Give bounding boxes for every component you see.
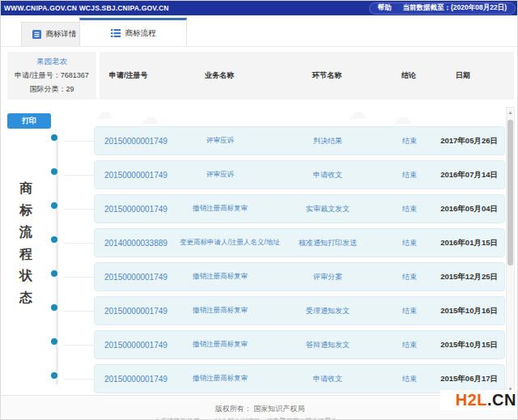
cell-date: 2017年05月26日 bbox=[424, 136, 504, 146]
timeline-connector bbox=[64, 141, 94, 142]
tab-trademark-details[interactable]: 商标详情 bbox=[21, 22, 87, 46]
timeline-connector bbox=[64, 345, 94, 346]
h2l-logo-dark: .CN bbox=[487, 391, 516, 409]
timeline-connector bbox=[64, 277, 94, 278]
side-label-char: 态 bbox=[19, 291, 32, 304]
trademark-name[interactable]: 果园老农 bbox=[36, 57, 67, 67]
timeline-dot bbox=[51, 270, 57, 277]
timeline-dot bbox=[51, 236, 57, 243]
table-row[interactable]: 20140000033889 变更商标申请人/注册人名义/地址 核准通知打印发送… bbox=[94, 228, 505, 257]
document-icon bbox=[32, 30, 41, 39]
cell-reg-no[interactable]: 20150000001749 bbox=[100, 205, 180, 214]
trademark-flow-page: WWW.CNIPA.GOV.CN WCJS.SBJ.CNIPA.GOV.CN 帮… bbox=[0, 0, 518, 420]
cell-reg-no[interactable]: 20140000033889 bbox=[100, 239, 180, 248]
cell-date: 2016年07月14日 bbox=[424, 170, 504, 180]
header-step: 环节名称 bbox=[260, 70, 394, 81]
timeline-dot bbox=[51, 134, 57, 141]
cell-step: 申请收文 bbox=[261, 374, 395, 384]
cell-date: 2015年12月25日 bbox=[424, 272, 504, 282]
h2l-logo-orange: H2L bbox=[456, 391, 487, 409]
side-label-char: 程 bbox=[19, 248, 32, 261]
side-label-char: 标 bbox=[19, 204, 32, 217]
scrollbar[interactable]: ▲ ▼ bbox=[506, 107, 515, 394]
cell-reg-no[interactable]: 20150000001749 bbox=[100, 341, 180, 350]
watermark-icon: ☁ bbox=[347, 101, 367, 124]
timeline-connector bbox=[64, 243, 94, 244]
cell-step: 申请收文 bbox=[261, 170, 395, 180]
cell-business: 变更商标申请人/注册人名义/地址 bbox=[180, 238, 261, 248]
table-row[interactable]: 20150000001749 撤销注册商标复审 受理通知发文 结束 2015年1… bbox=[94, 296, 505, 325]
cell-date: 2015年10月16日 bbox=[424, 306, 504, 316]
cell-step: 受理通知发文 bbox=[261, 306, 395, 316]
timeline-connector bbox=[64, 379, 94, 380]
cell-result: 结束 bbox=[395, 238, 424, 248]
cell-business: 撤销注册商标复审 bbox=[180, 374, 261, 384]
cell-business: 撤销注册商标复审 bbox=[180, 340, 261, 350]
cell-business: 撤销注册商标复审 bbox=[180, 306, 261, 316]
tab-flow-label: 商标流程 bbox=[125, 28, 156, 39]
table-row[interactable]: 20150000001749 评审应诉 判决结果 结束 2017年05月26日 bbox=[94, 126, 505, 155]
cell-step: 评审分案 bbox=[261, 272, 395, 282]
table-row[interactable]: 20150000001749 撤销注册商标复审 申请收文 结束 2015年06月… bbox=[94, 364, 505, 393]
help-link[interactable]: 帮助 bbox=[378, 3, 392, 13]
browser-note-text: (本系统建议使用IE8.0以上版本浏览器，将电脑屏幕分辨率设置为1024*768… bbox=[1, 417, 518, 420]
table-row[interactable]: 20150000001749 撤销注册商标复审 评审分案 结束 2015年12月… bbox=[94, 262, 505, 291]
timeline-dot bbox=[51, 202, 57, 209]
cell-step: 实审裁文发文 bbox=[261, 204, 395, 214]
header-result: 结论 bbox=[394, 70, 423, 81]
scrollbar-thumb[interactable] bbox=[507, 120, 513, 265]
cell-step: 答辩通知发文 bbox=[261, 340, 395, 350]
flow-table: 20150000001749 评审应诉 判决结果 结束 2017年05月26日 … bbox=[94, 126, 505, 398]
cell-result: 结束 bbox=[395, 170, 424, 180]
table-header-row: 申请/注册号 业务名称 环节名称 结论 日期 bbox=[100, 52, 514, 100]
cell-result: 结束 bbox=[395, 374, 424, 384]
table-row[interactable]: 20150000001749 撤销注册商标复审 实审裁文发文 结束 2016年0… bbox=[94, 194, 505, 223]
header-date: 日期 bbox=[423, 70, 514, 81]
tab-trademark-flow[interactable]: 商标流程 bbox=[79, 18, 187, 46]
cell-reg-no[interactable]: 20150000001749 bbox=[100, 137, 180, 146]
cell-step: 判决结果 bbox=[261, 136, 395, 146]
table-row[interactable]: 20150000001749 撤销注册商标复审 答辩通知发文 结束 2015年1… bbox=[94, 330, 505, 359]
header-reg-no: 申请/注册号 bbox=[100, 70, 179, 81]
side-label-char: 状 bbox=[19, 269, 32, 282]
side-label-char: 商 bbox=[19, 182, 32, 195]
cell-business: 评审应诉 bbox=[180, 170, 261, 180]
h2l-logo: H2L .CN bbox=[440, 390, 516, 410]
site-urls: WWW.CNIPA.GOV.CN WCJS.SBJ.CNIPA.GOV.CN bbox=[4, 4, 169, 12]
top-bar: WWW.CNIPA.GOV.CN WCJS.SBJ.CNIPA.GOV.CN 帮… bbox=[1, 1, 518, 15]
trademark-info-panel: 果园老农 申请/注册号：7681367 国际分类：29 bbox=[7, 52, 96, 100]
tab-strip: 商标详情 商标流程 bbox=[1, 15, 518, 47]
cell-reg-no[interactable]: 20150000001749 bbox=[100, 307, 180, 316]
topbar-right-box: 帮助 当前数据截至：(2020年08月22日) bbox=[369, 2, 516, 15]
list-icon bbox=[111, 29, 121, 37]
trademark-reg-no: 申请/注册号：7681367 bbox=[15, 70, 89, 81]
trademark-intl-class: 国际分类：29 bbox=[29, 84, 74, 95]
flow-status-vertical-label: 商 标 流 程 状 态 bbox=[18, 182, 34, 304]
cell-date: 2016年01月15日 bbox=[424, 238, 504, 248]
scrollbar-up-arrow[interactable]: ▲ bbox=[507, 108, 514, 116]
cell-reg-no[interactable]: 20150000001749 bbox=[100, 171, 180, 180]
cell-result: 结束 bbox=[395, 204, 424, 214]
cell-step: 核准通知打印发送 bbox=[261, 238, 395, 248]
cell-reg-no[interactable]: 20150000001749 bbox=[100, 273, 180, 282]
table-row[interactable]: 20150000001749 评审应诉 申请收文 结束 2016年07月14日 bbox=[94, 160, 505, 189]
print-button[interactable]: 打印 bbox=[7, 113, 51, 129]
cell-date: 2015年06月17日 bbox=[424, 374, 504, 384]
timeline-dot bbox=[51, 304, 57, 311]
cell-business: 撤销注册商标复审 bbox=[180, 204, 261, 214]
cell-result: 结束 bbox=[395, 306, 424, 316]
watermark-icon: ☁ bbox=[393, 106, 412, 129]
timeline-connector bbox=[64, 209, 94, 210]
watermark-icon: ☁ bbox=[95, 101, 114, 124]
cell-business: 评审应诉 bbox=[180, 136, 261, 146]
timeline-connector bbox=[64, 175, 94, 176]
cell-result: 结束 bbox=[395, 340, 424, 350]
side-label-char: 流 bbox=[19, 226, 32, 239]
cell-business: 撤销注册商标复审 bbox=[180, 272, 261, 282]
timeline-connector bbox=[64, 311, 94, 312]
cell-date: 2015年10月15日 bbox=[424, 340, 504, 350]
timeline-dot bbox=[51, 372, 57, 379]
cell-result: 结束 bbox=[395, 136, 424, 146]
cell-reg-no[interactable]: 20150000001749 bbox=[100, 375, 180, 384]
cell-result: 结束 bbox=[395, 272, 424, 282]
